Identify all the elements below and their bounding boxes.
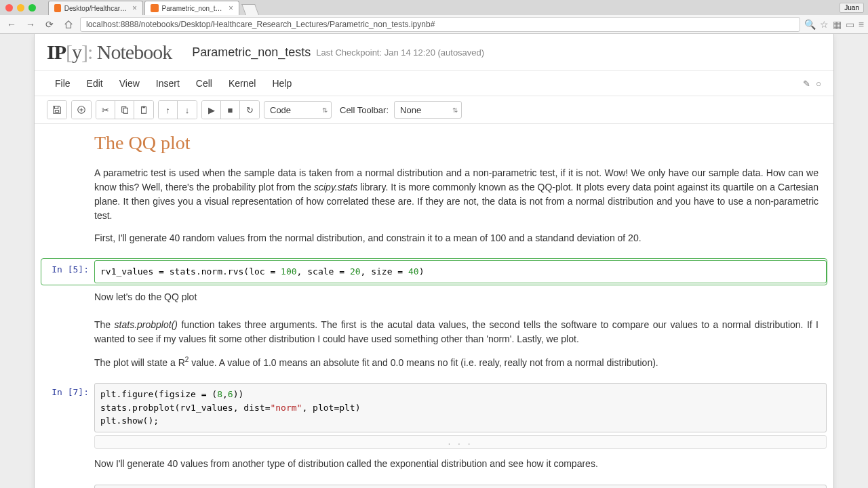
- move-up-button[interactable]: ↑: [159, 101, 178, 119]
- run-button[interactable]: ▶: [202, 101, 221, 119]
- paste-button[interactable]: [134, 101, 153, 119]
- menu-edit[interactable]: Edit: [79, 75, 111, 92]
- menu-insert[interactable]: Insert: [148, 75, 188, 92]
- code-input[interactable]: rv2_values = stats.expon.rvs(size = 40): [94, 485, 827, 488]
- address-bar[interactable]: localhost:8888/notebooks/Desktop/Healthc…: [80, 17, 800, 32]
- cell-type-select[interactable]: Code: [264, 101, 332, 119]
- forward-button[interactable]: →: [23, 17, 38, 32]
- save-button[interactable]: [47, 101, 66, 119]
- svg-rect-4: [142, 106, 145, 108]
- interrupt-button[interactable]: ■: [221, 101, 240, 119]
- restart-button[interactable]: ↻: [240, 101, 259, 119]
- markdown-cell[interactable]: Now let's do the QQ plot: [35, 287, 827, 315]
- close-tab-icon[interactable]: ×: [229, 3, 233, 13]
- window-controls: [0, 0, 41, 15]
- menu-icon[interactable]: ≡: [859, 19, 864, 30]
- browser-tab[interactable]: Desktop/Healthcare_Rese ×: [48, 1, 143, 15]
- edit-mode-icon: ✎: [803, 79, 810, 89]
- jupyter-fav-icon: [54, 4, 61, 12]
- code-cell[interactable]: In [5]: rv1_values = stats.norm.rvs(loc …: [41, 259, 827, 285]
- cell-toolbar-label: Cell Toolbar:: [340, 105, 389, 115]
- tab-label: Desktop/Healthcare_Rese: [64, 5, 129, 12]
- markdown-cell[interactable]: A parametric test is used when the sampl…: [35, 163, 827, 256]
- input-prompt: In [5]:: [41, 260, 94, 283]
- paragraph: First, I'll generate 40 random values fr…: [94, 231, 818, 245]
- paragraph: Now let's do the QQ plot: [94, 290, 818, 304]
- cut-button[interactable]: ✂: [96, 101, 115, 119]
- minimize-window-button[interactable]: [17, 4, 24, 12]
- close-window-button[interactable]: [5, 4, 13, 12]
- browser-tab[interactable]: Parametric_non_tests ×: [144, 1, 239, 15]
- markdown-cell[interactable]: The stats.probplot() function takes thre…: [35, 315, 827, 381]
- menubar: File Edit View Insert Cell Kernel Help ✎…: [35, 70, 833, 96]
- back-button[interactable]: ←: [4, 17, 19, 32]
- ipython-logo: IP[y]: Notebook: [47, 41, 172, 64]
- menu-help[interactable]: Help: [264, 75, 300, 92]
- url-text: localhost:8888/notebooks/Desktop/Healthc…: [86, 20, 435, 29]
- reload-button[interactable]: ⟳: [42, 17, 57, 32]
- zoom-window-button[interactable]: [28, 4, 36, 12]
- notebook-name[interactable]: Parametric_non_tests: [192, 45, 311, 60]
- menu-view[interactable]: View: [111, 75, 148, 92]
- svg-rect-2: [123, 108, 127, 113]
- home-button[interactable]: [61, 17, 76, 32]
- browser-tab-strip: Desktop/Healthcare_Rese × Parametric_non…: [41, 0, 840, 15]
- input-prompt: In [7]:: [41, 383, 94, 432]
- markdown-cell[interactable]: The QQ plot: [35, 129, 827, 163]
- code-cell[interactable]: In [10]: rv2_values = stats.expon.rvs(si…: [41, 485, 827, 488]
- tab-label: Parametric_non_tests: [162, 5, 225, 12]
- heading: The QQ plot: [94, 132, 818, 154]
- browser-toolbar: ← → ⟳ localhost:8888/notebooks/Desktop/H…: [0, 15, 868, 34]
- kernel-idle-icon: ○: [816, 79, 821, 89]
- cell-toolbar-select[interactable]: None: [394, 101, 462, 119]
- search-icon[interactable]: 🔍: [804, 19, 816, 30]
- bookmark-icon[interactable]: ☆: [820, 19, 829, 30]
- checkpoint-status: Last Checkpoint: Jan 14 12:20 (autosaved…: [316, 47, 484, 58]
- code-input[interactable]: rv1_values = stats.norm.rvs(loc = 100, s…: [94, 260, 827, 283]
- code-input[interactable]: plt.figure(figsize = (8,6)) stats.probpl…: [94, 383, 827, 432]
- menu-cell[interactable]: Cell: [188, 75, 220, 92]
- extension-icon[interactable]: ▦: [833, 19, 842, 30]
- collapsed-output[interactable]: . . .: [94, 435, 827, 449]
- paragraph: The plot will state a R2 value. A value …: [94, 354, 818, 370]
- paragraph: Now I'll generate 40 values from another…: [94, 457, 818, 471]
- insert-cell-button[interactable]: [72, 101, 91, 119]
- extension-icon[interactable]: ▭: [846, 19, 854, 30]
- code-cell[interactable]: In [7]: plt.figure(figsize = (8,6)) stat…: [41, 383, 827, 432]
- paragraph: The stats.probplot() function takes thre…: [94, 318, 818, 346]
- close-tab-icon[interactable]: ×: [132, 3, 137, 13]
- toolbar: ✂ ↑ ↓ ▶ ■ ↻ Code Cell Toolbar: None: [35, 96, 833, 124]
- copy-button[interactable]: [115, 101, 134, 119]
- user-profile-badge[interactable]: Juan: [840, 3, 864, 13]
- new-tab-button[interactable]: [241, 4, 259, 15]
- menu-file[interactable]: File: [47, 75, 79, 92]
- input-prompt: In [10]:: [41, 485, 94, 488]
- jupyter-fav-icon: [151, 4, 159, 12]
- notebook-header: IP[y]: Notebook Parametric_non_tests Las…: [35, 34, 833, 70]
- notebook-content: The QQ plot A parametric test is used wh…: [35, 124, 833, 488]
- menu-kernel[interactable]: Kernel: [220, 75, 264, 92]
- markdown-cell[interactable]: Now I'll generate 40 values from another…: [35, 454, 827, 482]
- move-down-button[interactable]: ↓: [178, 101, 197, 119]
- paragraph: A parametric test is used when the sampl…: [94, 166, 818, 223]
